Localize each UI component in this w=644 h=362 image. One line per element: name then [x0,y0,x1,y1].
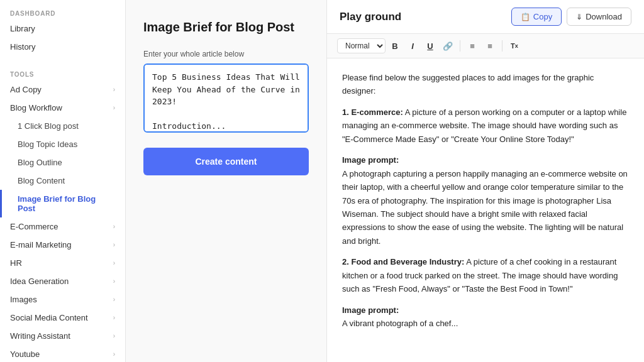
chevron-icon: › [113,332,115,339]
unordered-list-button[interactable]: ≡ [482,38,498,54]
sidebar-item-email-marketing[interactable]: E-mail Marketing › [0,236,125,254]
editor-toolbar: Normal H1 H2 H3 B I U 🔗 ≡ ≡ Tx [327,34,644,58]
article-textarea[interactable]: Top 5 Business Ideas That Will Keep You … [143,63,309,133]
download-button[interactable]: ⇓ Download [567,8,631,26]
sidebar-item-blog-content[interactable]: Blog Content [0,172,125,190]
clear-format-button[interactable]: Tx [506,38,523,54]
chevron-icon: › [113,296,115,303]
sidebar-item-ad-copy[interactable]: Ad Copy › [0,80,125,99]
sidebar: DASHBOARD Library History TOOLS Ad Copy … [0,0,126,362]
sidebar-item-images[interactable]: Images › [0,290,125,309]
chevron-icon: › [113,241,115,248]
sidebar-item-idea-generation[interactable]: Idea Generation › [0,272,125,290]
main-content: Image Brief for Blog Post Enter your who… [126,0,644,362]
section2-prompt: Image prompt: A vibrant photograph of a … [342,304,629,331]
link-button[interactable]: 🔗 [440,38,456,54]
sidebar-item-1click-blog[interactable]: 1 Click Blog post [0,117,125,135]
create-content-button[interactable]: Create content [143,148,309,175]
sidebar-item-library[interactable]: Library [0,19,125,38]
sidebar-item-social-media[interactable]: Social Media Content › [0,309,125,327]
chevron-icon: › [113,351,115,358]
left-panel: Image Brief for Blog Post Enter your who… [126,0,327,362]
copy-icon: 📋 [521,13,530,21]
sidebar-item-blog-workflow[interactable]: Blog Workflow › [0,99,125,117]
section2-heading: 2. Food and Beverage Industry: A picture… [342,255,629,295]
sidebar-item-history[interactable]: History [0,38,125,56]
content-area: Please find below the suggested places t… [327,58,644,362]
chevron-icon: › [113,86,115,93]
toolbar-separator-2 [502,40,502,52]
chevron-icon: › [113,278,115,285]
section1-heading: 1. E-commerce: A picture of a person wor… [342,106,629,146]
sidebar-item-writing-assistant[interactable]: Writing Assistant › [0,327,125,345]
sidebar-item-hr[interactable]: HR › [0,254,125,272]
copy-button[interactable]: 📋 Copy [511,8,562,26]
sidebar-item-blog-topic[interactable]: Blog Topic Ideas [0,135,125,153]
right-panel: Play ground 📋 Copy ⇓ Download Normal H1 … [327,0,644,362]
sidebar-item-blog-outline[interactable]: Blog Outline [0,153,125,172]
underline-button[interactable]: U [422,38,438,54]
header-actions: 📋 Copy ⇓ Download [511,8,631,26]
sidebar-item-image-brief[interactable]: Image Brief for Blog Post [0,190,125,217]
section1-prompt: Image prompt: A photograph capturing a p… [342,153,629,248]
ordered-list-button[interactable]: ≡ [464,38,480,54]
sidebar-item-youtube[interactable]: Youtube › [0,345,125,362]
chevron-icon: › [113,223,115,230]
chevron-icon: › [113,104,115,111]
format-select[interactable]: Normal H1 H2 H3 [337,38,386,53]
playground-title: Play ground [340,11,401,23]
dashboard-label: DASHBOARD [0,0,125,19]
sidebar-item-ecommerce[interactable]: E-Commerce › [0,217,125,236]
toolbar-separator [460,40,460,52]
italic-button[interactable]: I [404,38,421,54]
content-intro: Please find below the suggested places t… [342,71,629,98]
chevron-icon: › [113,260,115,266]
panel-title: Image Brief for Blog Post [143,20,309,35]
right-header: Play ground 📋 Copy ⇓ Download [327,0,644,34]
textarea-wrapper: Top 5 Business Ideas That Will Keep You … [143,63,309,135]
field-label: Enter your whole article below [143,50,309,58]
bold-button[interactable]: B [387,38,403,54]
download-icon: ⇓ [576,13,582,21]
tools-label: TOOLS [0,61,125,80]
chevron-icon: › [113,314,115,321]
